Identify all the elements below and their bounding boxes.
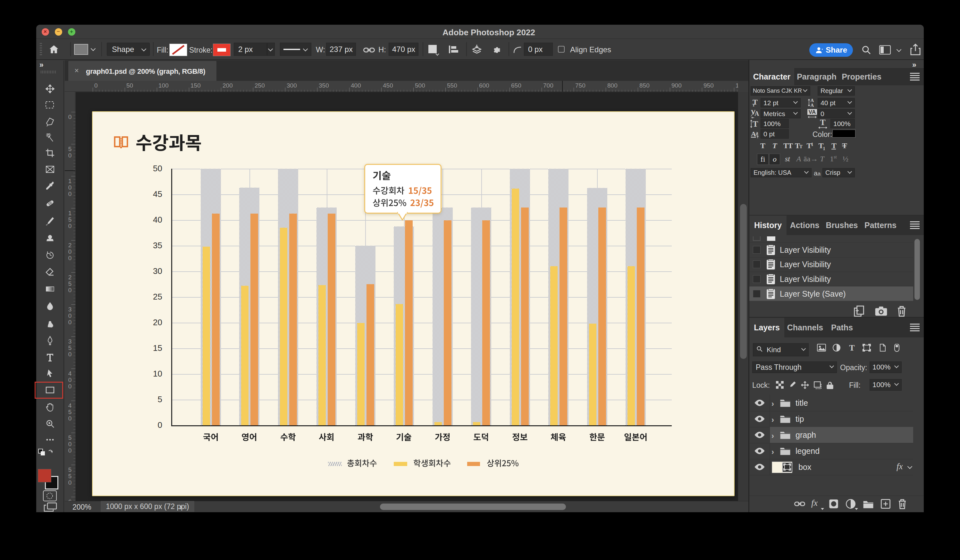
svg-text:A: A [811, 98, 814, 103]
svg-text:a: a [756, 130, 758, 135]
svg-text:A: A [754, 110, 759, 117]
svg-text:T: T [849, 344, 854, 352]
svg-text:VA: VA [809, 109, 816, 115]
svg-text:T: T [752, 119, 758, 129]
svg-text:T: T [820, 119, 825, 127]
svg-text:A: A [811, 102, 814, 107]
svg-text:A: A [751, 130, 756, 138]
svg-text:T: T [752, 102, 755, 107]
